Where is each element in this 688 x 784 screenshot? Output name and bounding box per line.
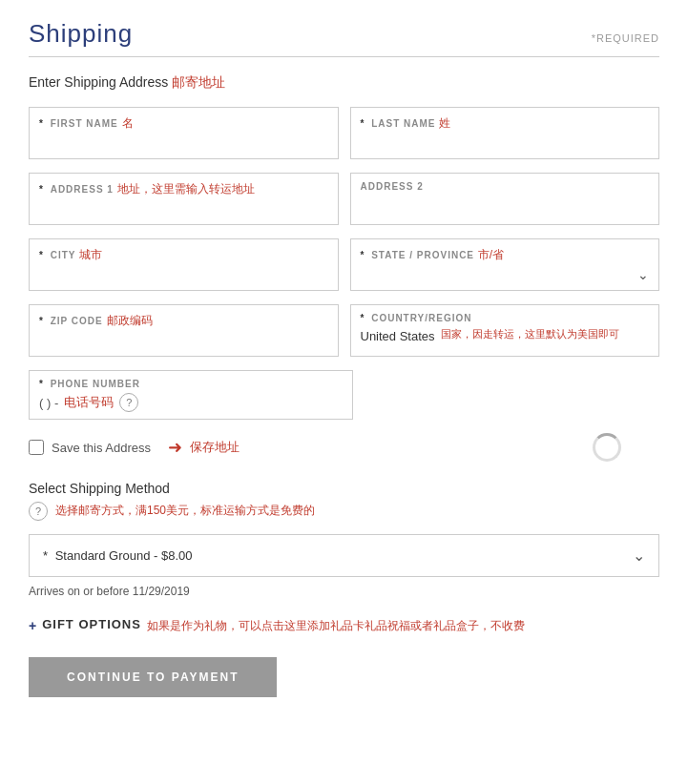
- address2-field: ADDRESS 2: [350, 173, 660, 225]
- country-label: * COUNTRY/REGION: [361, 313, 650, 323]
- gift-options-row: + GIFT OPTIONS 如果是作为礼物，可以点击这里添加礼品卡礼品祝福或者…: [29, 617, 659, 634]
- first-name-field: * FIRST NAME 名: [29, 107, 339, 159]
- address1-label: * ADDRESS 1 地址，这里需输入转运地址: [39, 181, 328, 197]
- city-label: * CITY 城市: [39, 247, 328, 263]
- zip-input[interactable]: [39, 335, 328, 349]
- last-name-input[interactable]: [361, 137, 650, 152]
- zip-label: * ZIP CODE 邮政编码: [39, 313, 328, 329]
- city-state-row: * CITY 城市 * STATE / PROVINCE 市/省 Alabama…: [29, 238, 659, 291]
- phone-row: * PHONE NUMBER ( ) - 电话号码 ?: [29, 370, 659, 420]
- phone-label: * PHONE NUMBER: [39, 379, 343, 389]
- first-name-label: * FIRST NAME 名: [39, 115, 328, 132]
- required-label: *REQUIRED: [592, 32, 659, 44]
- gift-chinese-note: 如果是作为礼物，可以点击这里添加礼品卡礼品祝福或者礼品盒子，不收费: [147, 617, 659, 634]
- name-row: * FIRST NAME 名 * LAST NAME 姓: [29, 107, 659, 159]
- save-address-row: Save this Address ➜ 保存地址: [29, 433, 659, 462]
- address1-field: * ADDRESS 1 地址，这里需输入转运地址: [29, 173, 339, 225]
- save-address-label: Save this Address: [52, 441, 151, 455]
- save-chinese-label: 保存地址: [190, 439, 240, 456]
- state-label: * STATE / PROVINCE 市/省: [361, 247, 650, 263]
- city-input[interactable]: [39, 269, 328, 283]
- shipping-help-icon[interactable]: ?: [29, 502, 48, 521]
- address1-input[interactable]: [39, 203, 328, 217]
- shipping-method-select[interactable]: * Standard Ground - $8.00 ⌄: [29, 534, 659, 577]
- phone-help-icon[interactable]: ?: [119, 393, 138, 412]
- shipping-method-title: Select Shipping Method: [29, 481, 659, 496]
- country-field: * COUNTRY/REGION United States 国家，因走转运，这…: [350, 304, 660, 357]
- phone-input-row: ( ) - 电话号码 ?: [39, 393, 343, 412]
- city-field: * CITY 城市: [29, 238, 339, 291]
- phone-chinese: 电话号码: [64, 394, 114, 411]
- address-row: * ADDRESS 1 地址，这里需输入转运地址 ADDRESS 2: [29, 173, 659, 225]
- state-select[interactable]: Alabama Alaska California New York Texas: [361, 267, 650, 281]
- gift-options-label: GIFT OPTIONS: [42, 617, 141, 631]
- page-title: Shipping: [29, 19, 133, 49]
- arrow-icon: ➜: [168, 437, 182, 458]
- last-name-label: * LAST NAME 姓: [361, 115, 650, 132]
- state-select-wrapper: Alabama Alaska California New York Texas…: [361, 267, 650, 281]
- button-row: CONTINUE TO PAYMENT: [29, 657, 659, 697]
- section-title: Enter Shipping Address 邮寄地址: [29, 74, 659, 92]
- shipping-select-label: * Standard Ground - $8.00: [43, 548, 193, 563]
- first-name-input[interactable]: [39, 137, 328, 152]
- arrives-text: Arrives on or before 11/29/2019: [29, 585, 659, 598]
- phone-field: * PHONE NUMBER ( ) - 电话号码 ?: [29, 370, 353, 420]
- zip-country-row: * ZIP CODE 邮政编码 * COUNTRY/REGION United …: [29, 304, 659, 357]
- country-note: 国家，因走转运，这里默认为美国即可: [441, 327, 619, 340]
- address2-label: ADDRESS 2: [361, 181, 650, 192]
- continue-button[interactable]: CONTINUE TO PAYMENT: [29, 657, 277, 697]
- address2-input[interactable]: [361, 197, 650, 212]
- save-address-checkbox[interactable]: [29, 440, 44, 455]
- last-name-field: * LAST NAME 姓: [350, 107, 660, 159]
- state-field: * STATE / PROVINCE 市/省 Alabama Alaska Ca…: [350, 238, 660, 291]
- zip-field: * ZIP CODE 邮政编码: [29, 304, 339, 357]
- country-value: United States: [361, 329, 435, 343]
- shipping-chevron-icon: ⌄: [633, 547, 645, 565]
- loading-spinner: [593, 433, 621, 462]
- shipping-note: 选择邮寄方式，满150美元，标准运输方式是免费的: [55, 502, 315, 519]
- divider: [29, 56, 659, 57]
- shipping-method-section: Select Shipping Method ? 选择邮寄方式，满150美元，标…: [29, 481, 659, 598]
- gift-plus-icon: +: [29, 618, 36, 633]
- shipping-note-row: ? 选择邮寄方式，满150美元，标准运输方式是免费的: [29, 502, 659, 521]
- phone-prefix: ( ) -: [39, 396, 58, 410]
